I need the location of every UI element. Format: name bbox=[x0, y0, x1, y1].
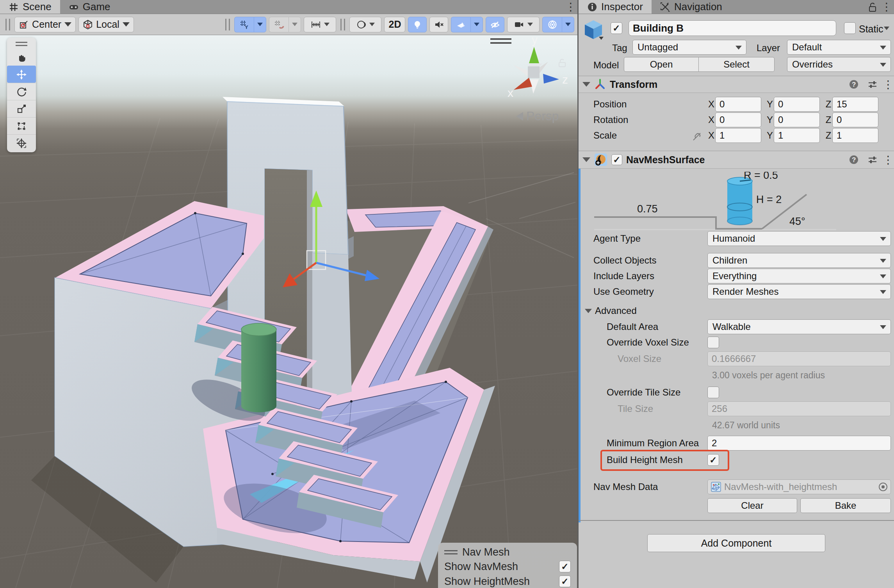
grid-snap-dropdown[interactable] bbox=[289, 17, 301, 32]
tag-dropdown[interactable]: Untagged bbox=[632, 40, 746, 55]
tool-rotate[interactable] bbox=[7, 83, 36, 100]
help-icon[interactable]: ? bbox=[849, 79, 859, 89]
effects-toggle-button[interactable] bbox=[451, 17, 470, 32]
override-voxel-checkbox[interactable] bbox=[707, 337, 719, 348]
grid-visibility-dropdown[interactable] bbox=[254, 17, 266, 32]
advanced-label: Advanced bbox=[595, 305, 637, 316]
tool-transform[interactable] bbox=[7, 134, 36, 151]
gizmos-toggle-button[interactable] bbox=[542, 17, 562, 32]
navmeshsurface-foldout-icon[interactable] bbox=[582, 157, 590, 162]
tool-rect[interactable] bbox=[7, 117, 36, 134]
prefab-model-icon[interactable] bbox=[583, 20, 604, 41]
gamepad-icon bbox=[69, 2, 79, 12]
model-open-button[interactable]: Open bbox=[624, 57, 699, 72]
grid-visibility-button[interactable]: Y bbox=[234, 17, 254, 32]
tab-inspector[interactable]: Inspector bbox=[579, 0, 652, 14]
show-heightmesh-checkbox[interactable]: ✓ bbox=[559, 576, 571, 587]
advanced-foldout[interactable]: Advanced bbox=[585, 305, 637, 316]
position-y-field[interactable] bbox=[774, 97, 820, 112]
static-checkbox[interactable] bbox=[844, 22, 856, 34]
rotation-z-field[interactable] bbox=[832, 112, 878, 127]
show-heightmesh-row: Show HeightMesh ✓ bbox=[444, 574, 571, 588]
show-navmesh-checkbox[interactable]: ✓ bbox=[559, 561, 571, 572]
scene-menu-kebab-icon[interactable]: ⋮ bbox=[569, 0, 573, 13]
effects-dropdown[interactable] bbox=[470, 17, 483, 32]
default-area-dropdown[interactable]: Walkable bbox=[707, 319, 891, 334]
bake-button[interactable]: Bake bbox=[800, 498, 891, 513]
add-component-button[interactable]: Add Component bbox=[647, 534, 825, 552]
gameobject-name-field[interactable] bbox=[629, 20, 836, 36]
tool-palette-handle[interactable] bbox=[7, 39, 36, 48]
position-z-field[interactable] bbox=[832, 97, 878, 112]
link-broken-icon[interactable] bbox=[692, 132, 702, 142]
grid-snap-button[interactable] bbox=[269, 17, 289, 32]
toolbar-drag-handle[interactable] bbox=[5, 19, 10, 30]
toolbar-drag-handle-2[interactable] bbox=[225, 19, 230, 30]
orientation-button[interactable]: Local bbox=[78, 17, 134, 32]
include-layers-dropdown[interactable]: Everything bbox=[707, 269, 891, 283]
transform-foldout-icon[interactable] bbox=[582, 82, 590, 87]
hand-tool-icon bbox=[16, 52, 27, 62]
rotation-y-field[interactable] bbox=[774, 112, 820, 127]
agent-type-dropdown[interactable]: Humanoid bbox=[707, 231, 891, 246]
transform-kebab-icon[interactable]: ⋮ bbox=[886, 78, 890, 91]
include-layers-label: Include Layers bbox=[593, 271, 707, 282]
collect-objects-dropdown[interactable]: Children bbox=[707, 253, 891, 268]
layer-dropdown[interactable]: Default bbox=[787, 40, 891, 55]
tab-navigation[interactable]: Navigation bbox=[652, 0, 731, 14]
tile-size-row: Tile Size bbox=[618, 401, 891, 416]
tile-note: 42.67 world units bbox=[712, 420, 780, 431]
draw-mode-button[interactable] bbox=[349, 17, 382, 32]
overrides-dropdown[interactable]: Overrides bbox=[787, 57, 891, 72]
override-tile-checkbox[interactable] bbox=[707, 387, 719, 398]
position-x-field[interactable] bbox=[715, 97, 761, 112]
object-picker-icon[interactable] bbox=[879, 483, 887, 491]
lighting-toggle-button[interactable] bbox=[408, 17, 427, 32]
transform-title: Transform bbox=[610, 79, 657, 90]
scene-visibility-button[interactable] bbox=[486, 17, 504, 32]
clear-button[interactable]: Clear bbox=[707, 498, 797, 513]
tab-game[interactable]: Game bbox=[60, 0, 119, 14]
navmeshsurface-kebab-icon[interactable]: ⋮ bbox=[886, 153, 890, 166]
tool-hand[interactable] bbox=[7, 48, 36, 66]
min-region-field[interactable] bbox=[707, 436, 891, 451]
2d-toggle-button[interactable]: 2D bbox=[384, 17, 405, 32]
gameobject-active-checkbox[interactable]: ✓ bbox=[611, 22, 622, 34]
navmesh-data-field[interactable]: NavMesh-with_heightmesh bbox=[707, 479, 891, 494]
grid-axis-icon: Y bbox=[239, 20, 249, 30]
inspector-menu-kebab-icon[interactable]: ⋮ bbox=[885, 0, 889, 13]
transform-header[interactable]: Transform ? ⋮ bbox=[579, 76, 894, 93]
tool-scale[interactable] bbox=[7, 100, 36, 117]
scale-y-field[interactable] bbox=[774, 128, 820, 143]
presets-icon[interactable] bbox=[867, 79, 878, 89]
scene-viewport[interactable]: y z x Persp bbox=[0, 35, 578, 588]
model-label: Model bbox=[593, 60, 619, 71]
gizmos-dropdown[interactable] bbox=[562, 17, 574, 32]
voxel-size-field bbox=[707, 351, 891, 366]
snap-increment-button[interactable] bbox=[304, 17, 336, 32]
pivot-mode-button[interactable]: Center bbox=[14, 17, 76, 32]
help-icon[interactable]: ? bbox=[849, 155, 859, 165]
lock-unlocked-icon[interactable] bbox=[868, 2, 877, 12]
navmeshsurface-header[interactable]: ✓ NavMeshSurface ? ⋮ bbox=[579, 151, 894, 169]
axis-z-label: z bbox=[562, 73, 568, 86]
z-axis-label: Z bbox=[825, 130, 832, 141]
presets-icon[interactable] bbox=[867, 155, 878, 165]
navmesh-panel-handle[interactable] bbox=[444, 550, 458, 554]
shaded-sphere-icon bbox=[356, 20, 366, 30]
navmeshsurface-enabled-checkbox[interactable]: ✓ bbox=[611, 154, 622, 165]
build-height-mesh-checkbox[interactable]: ✓ bbox=[707, 454, 719, 466]
model-select-button[interactable]: Select bbox=[699, 57, 775, 72]
tab-scene[interactable]: Scene bbox=[0, 0, 60, 14]
tool-move[interactable] bbox=[7, 66, 36, 83]
camera-settings-button[interactable] bbox=[507, 17, 540, 32]
default-area-label: Default Area bbox=[607, 321, 707, 332]
scale-z-field[interactable] bbox=[832, 128, 878, 143]
transform-tool-icon bbox=[16, 138, 27, 148]
rotation-x-field[interactable] bbox=[715, 112, 761, 127]
scale-x-field[interactable] bbox=[715, 128, 761, 143]
use-geometry-dropdown[interactable]: Render Meshes bbox=[707, 284, 891, 299]
static-caret-icon[interactable] bbox=[884, 27, 889, 30]
toolbar-drag-handle-3[interactable] bbox=[340, 19, 345, 30]
audio-toggle-button[interactable] bbox=[429, 17, 448, 32]
